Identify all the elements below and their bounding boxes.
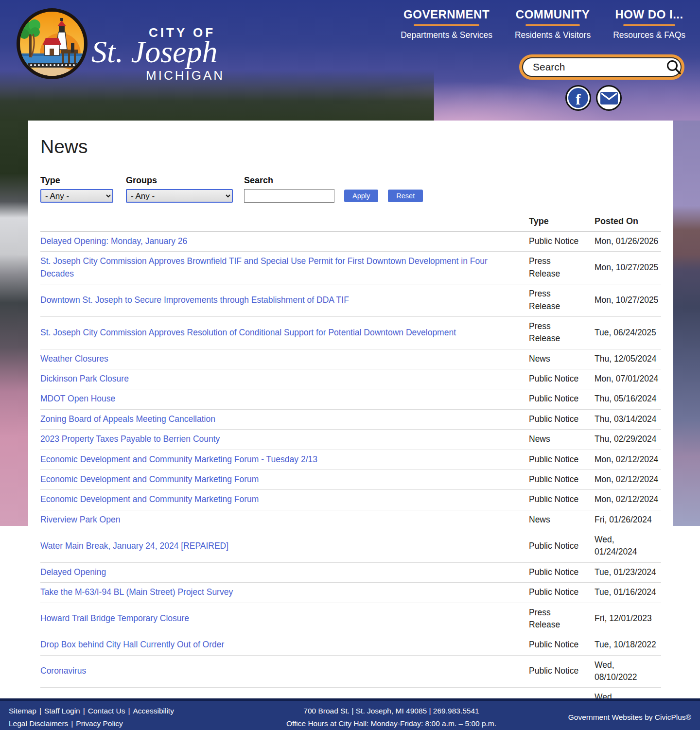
background-photo-left-strip [0, 121, 28, 526]
news-title-link[interactable]: Economic Development and Community Marke… [40, 454, 317, 464]
table-row: Downtown St. Joseph to Secure Improvemen… [40, 284, 661, 317]
groups-filter-select[interactable]: - Any - [126, 189, 233, 203]
header-title-column [40, 216, 529, 226]
news-posted-cell: Mon, 10/27/2025 [595, 261, 661, 274]
news-posted-cell: Tue, 01/16/2024 [595, 586, 661, 598]
footer-link[interactable]: Sitemap [9, 707, 36, 715]
main-navigation: GOVERNMENT Departments & Services COMMUN… [401, 8, 685, 40]
nav-label: COMMUNITY [515, 8, 591, 21]
news-title-link[interactable]: Dickinson Park Closure [40, 374, 129, 383]
footer-separator: | [71, 719, 73, 728]
site-logo[interactable]: CITY OF St. Joseph MICHIGAN [14, 3, 225, 85]
footer-contact: 700 Broad St. | St. Joseph, MI 49085 | 2… [218, 705, 565, 730]
footer-link[interactable]: Staff Login [44, 707, 80, 715]
facebook-link[interactable]: f [565, 85, 591, 111]
site-search-input[interactable] [532, 61, 665, 73]
news-posted-cell: Tue, 06/24/2025 [595, 327, 661, 339]
news-posted-cell: Fri, 01/26/2024 [595, 514, 661, 526]
table-row: Coronavirus Public Notice Wed, 08/10/202… [40, 656, 661, 688]
nav-item-government[interactable]: GOVERNMENT Departments & Services [401, 8, 492, 40]
news-title-link[interactable]: Coronavirus [40, 666, 86, 676]
content-card: News Type - Any - Groups - Any - Search … [28, 121, 673, 698]
news-type-cell: Public Notice [529, 665, 595, 677]
nav-sublabel: Resources & FAQs [613, 30, 685, 40]
footer-links-row2: Legal Disclaimers|Privacy Policy [9, 717, 218, 730]
news-table-header: Type Posted On [40, 212, 661, 232]
logo-wordmark: CITY OF St. Joseph MICHIGAN [91, 25, 225, 83]
table-row: Economic Development and Community Marke… [40, 450, 661, 470]
news-type-cell: Public Notice [529, 393, 595, 405]
news-type-cell: Public Notice [529, 566, 595, 578]
footer-link[interactable]: Legal Disclaimers [9, 719, 68, 728]
footer-separator: | [128, 707, 130, 715]
nav-underline [414, 24, 480, 26]
table-row: St. Joseph City Commission Approves Brow… [40, 252, 661, 284]
news-posted-cell: Mon, 02/12/2024 [595, 473, 661, 486]
news-table-body: Delayed Opening: Monday, January 26 Publ… [40, 232, 661, 720]
news-title-link[interactable]: Howard Trail Bridge Temporary Closure [40, 613, 189, 623]
apply-button[interactable]: Apply [344, 190, 378, 202]
footer-separator: | [39, 707, 41, 715]
footer-link[interactable]: Privacy Policy [76, 719, 122, 728]
nav-sublabel: Residents & Visitors [515, 30, 591, 40]
news-title-link[interactable]: Downtown St. Joseph to Secure Improvemen… [40, 295, 349, 305]
news-posted-cell: Thu, 12/05/2024 [595, 353, 661, 365]
type-filter-select[interactable]: - Any - [40, 189, 113, 203]
news-title-link[interactable]: Economic Development and Community Marke… [40, 474, 259, 484]
footer-credit: Government Websites by CivicPlus® [565, 705, 691, 730]
news-table: Type Posted On Delayed Opening: Monday, … [40, 212, 661, 720]
table-row: Weather Closures News Thu, 12/05/2024 [40, 349, 661, 369]
news-title-link[interactable]: Drop Box behind City Hall Currently Out … [40, 640, 224, 649]
news-posted-cell: Tue, 10/18/2022 [595, 639, 661, 651]
table-row: Drop Box behind City Hall Currently Out … [40, 635, 661, 655]
news-title-link[interactable]: St. Joseph City Commission Approves Reso… [40, 328, 456, 337]
search-filter-input[interactable] [244, 189, 334, 203]
table-row: 2023 Property Taxes Payable to Berrien C… [40, 430, 661, 450]
news-type-cell: Press Release [529, 320, 595, 345]
news-type-cell: News [529, 353, 595, 365]
email-icon [600, 91, 618, 105]
nav-item-community[interactable]: COMMUNITY Residents & Visitors [515, 8, 591, 40]
groups-filter-label: Groups [126, 175, 244, 186]
email-link[interactable] [596, 85, 622, 111]
news-type-cell: News [529, 433, 595, 445]
news-title-link[interactable]: Delayed Opening [40, 567, 106, 577]
news-title-link[interactable]: St. Joseph City Commission Approves Brow… [40, 256, 488, 278]
search-submit-button[interactable] [665, 59, 682, 75]
news-title-link[interactable]: Water Main Break, January 24, 2024 [REPA… [40, 541, 228, 551]
facebook-icon: f [568, 88, 588, 108]
table-row: Zoning Board of Appeals Meeting Cancella… [40, 410, 661, 430]
table-row: Take the M-63/I-94 BL (Main Street) Proj… [40, 583, 661, 603]
news-title-link[interactable]: Zoning Board of Appeals Meeting Cancella… [40, 414, 215, 424]
footer-address: 700 Broad St. | St. Joseph, MI 49085 | 2… [218, 705, 565, 717]
news-title-link[interactable]: Delayed Opening: Monday, January 26 [40, 236, 187, 246]
page-title: News [40, 136, 661, 157]
table-row: Economic Development and Community Marke… [40, 470, 661, 490]
background-photo-right-strip [673, 121, 700, 526]
news-title-link[interactable]: Riverview Park Open [40, 515, 120, 524]
nav-underline [623, 24, 675, 26]
table-row: Howard Trail Bridge Temporary Closure Pr… [40, 603, 661, 636]
table-row: Riverview Park Open News Fri, 01/26/2024 [40, 510, 661, 530]
table-row: St. Joseph City Commission Approves Reso… [40, 317, 661, 349]
footer-link[interactable]: Contact Us [88, 707, 125, 715]
footer-separator: | [83, 707, 85, 715]
reset-button[interactable]: Reset [388, 190, 423, 202]
nav-label: GOVERNMENT [401, 8, 492, 21]
news-title-link[interactable]: Economic Development and Community Marke… [40, 494, 259, 504]
table-row: Dickinson Park Closure Public Notice Mon… [40, 369, 661, 389]
news-type-cell: Public Notice [529, 540, 595, 552]
news-title-link[interactable]: Take the M-63/I-94 BL (Main Street) Proj… [40, 587, 233, 597]
table-row: Water Main Break, January 24, 2024 [REPA… [40, 530, 661, 563]
news-title-link[interactable]: 2023 Property Taxes Payable to Berrien C… [40, 434, 220, 444]
search-icon [665, 59, 682, 75]
news-type-cell: Press Release [529, 607, 595, 631]
news-filters: Type - Any - Groups - Any - Search Apply… [40, 175, 661, 203]
news-title-link[interactable]: Weather Closures [40, 354, 108, 364]
nav-item-how-do-i[interactable]: HOW DO I... Resources & FAQs [613, 8, 685, 40]
logo-emblem-icon [14, 3, 90, 85]
news-title-link[interactable]: MDOT Open House [40, 394, 115, 403]
nav-underline [525, 24, 580, 26]
footer-link[interactable]: Accessibility [133, 707, 174, 715]
footer-links-row1: Sitemap|Staff Login|Contact Us|Accessibi… [9, 705, 218, 717]
